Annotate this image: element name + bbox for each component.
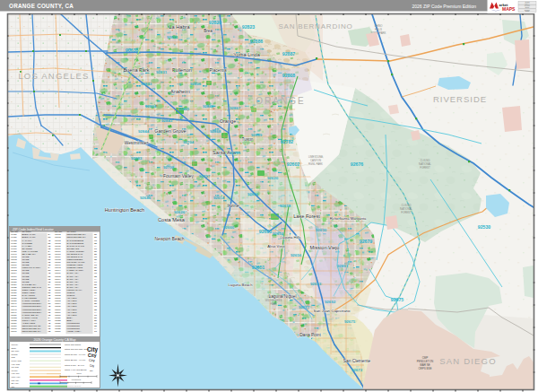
svg-text:Miles: Miles xyxy=(76,372,82,374)
svg-text:Huntington Beach: Huntington Beach xyxy=(105,207,144,213)
svg-text:92679: 92679 xyxy=(360,239,373,244)
svg-text:92602: 92602 xyxy=(287,161,300,167)
svg-text:US Hwy: US Hwy xyxy=(12,379,20,382)
svg-text:Laguna Niguel: Laguna Niguel xyxy=(269,294,297,299)
svg-text:Anaheim: Anaheim xyxy=(170,89,190,94)
svg-text:County: County xyxy=(12,344,19,346)
svg-text:Cty Name: Cty Name xyxy=(67,231,77,232)
svg-text:Laguna Beach: Laguna Beach xyxy=(228,283,253,287)
svg-text:Cities 4,999 and Below: Cities 4,999 and Below xyxy=(65,369,87,371)
svg-text:Cities 25,000 - 49,999: Cities 25,000 - 49,999 xyxy=(65,359,86,362)
svg-text:92530: 92530 xyxy=(478,224,491,230)
svg-text:92805: 92805 xyxy=(178,107,190,111)
svg-text:SAN BERNARDINO: SAN BERNARDINO xyxy=(278,22,352,30)
svg-text:Roads: Roads xyxy=(12,353,19,356)
svg-text:92705: 92705 xyxy=(230,151,241,155)
svg-text:92626: 92626 xyxy=(174,210,186,214)
svg-text:Tustin: Tustin xyxy=(242,137,254,142)
svg-text:RIVERSIDE: RIVERSIDE xyxy=(433,94,487,104)
svg-text:Hwy Rte: Hwy Rte xyxy=(12,372,21,375)
svg-text:92840: 92840 xyxy=(203,104,214,109)
svg-text:Mission Viejo: Mission Viejo xyxy=(310,245,340,250)
svg-text:92646: 92646 xyxy=(140,196,152,200)
svg-text:Inter Hwy: Inter Hwy xyxy=(12,376,22,379)
svg-text:Brea: Brea xyxy=(204,29,213,33)
svg-text:92606: 92606 xyxy=(247,192,259,196)
svg-text:92618: 92618 xyxy=(280,204,291,208)
svg-text:CRPS BSE: CRPS BSE xyxy=(418,367,431,370)
svg-text:Buena Park: Buena Park xyxy=(123,67,149,73)
svg-text:Aliso Viejo: Aliso Viejo xyxy=(267,244,285,248)
svg-text:City: City xyxy=(88,353,97,358)
svg-text:92676: 92676 xyxy=(351,161,364,167)
svg-text:San Juan Capistrano: San Juan Capistrano xyxy=(313,309,351,313)
svg-text:City: City xyxy=(90,364,94,368)
svg-text:State: State xyxy=(12,347,17,350)
svg-text:MAPS: MAPS xyxy=(502,6,516,12)
svg-text:92844: 92844 xyxy=(138,129,150,134)
svg-text:92868: 92868 xyxy=(210,129,221,134)
svg-text:92620: 92620 xyxy=(267,176,279,180)
svg-text:92869: 92869 xyxy=(251,133,263,137)
svg-text:92612: 92612 xyxy=(273,231,284,236)
svg-text:92886: 92886 xyxy=(55,330,61,333)
svg-text:Copyright MarketMAPS DMTI: Copyright MarketMAPS DMTI xyxy=(59,385,82,387)
svg-text:RGNL PARK: RGNL PARK xyxy=(308,162,323,166)
svg-text:92804: 92804 xyxy=(145,104,157,109)
svg-text:Cities 5,000 - 24,999: Cities 5,000 - 24,999 xyxy=(65,364,85,367)
svg-text:Placentia: Placentia xyxy=(210,68,227,73)
svg-text:92603: 92603 xyxy=(259,229,273,234)
svg-text:ZIP Code Index/Grid Locator: ZIP Code Index/Grid Locator xyxy=(13,228,54,231)
svg-text:92707: 92707 xyxy=(199,174,211,179)
svg-text:92823: 92823 xyxy=(242,24,256,30)
svg-text:92831: 92831 xyxy=(156,70,168,74)
svg-text:PARK: PARK xyxy=(270,302,277,306)
svg-text:92630: 92630 xyxy=(316,228,327,232)
svg-text:Kilometers: Kilometers xyxy=(72,379,82,380)
svg-text:ZIP Cde: ZIP Cde xyxy=(11,231,19,232)
svg-text:92782: 92782 xyxy=(281,139,294,144)
svg-text:92833: 92833 xyxy=(141,82,152,86)
svg-text:Fullerton: Fullerton xyxy=(172,67,192,73)
svg-text:Garden Grove: Garden Grove xyxy=(154,128,186,134)
svg-text:Lake Forest: Lake Forest xyxy=(293,213,320,219)
svg-text:Toll: Toll xyxy=(12,386,15,388)
svg-text:CMM: CMM xyxy=(525,10,530,12)
svg-text:92692: 92692 xyxy=(325,300,336,304)
svg-text:Cities 50,000 - 99,999: Cities 50,000 - 99,999 xyxy=(65,353,86,356)
svg-text:Rcho Santa Margarita: Rcho Santa Margarita xyxy=(330,216,367,221)
svg-text:92614: 92614 xyxy=(213,196,225,200)
svg-text:92821: 92821 xyxy=(209,20,222,25)
svg-text:2026 ZIP Code Premium Edition: 2026 ZIP Code Premium Edition xyxy=(412,4,476,9)
svg-text:Irvine: Irvine xyxy=(227,203,239,208)
svg-text:Orange: Orange xyxy=(220,118,237,124)
svg-text:ZIP Cde: ZIP Cde xyxy=(55,231,63,232)
svg-text:92806: 92806 xyxy=(190,82,202,86)
svg-text:92867: 92867 xyxy=(230,106,241,110)
svg-text:92808: 92808 xyxy=(282,73,296,78)
svg-text:Costa Mesa: Costa Mesa xyxy=(158,217,186,222)
svg-text:Dana Point: Dana Point xyxy=(299,333,321,337)
svg-text:92683: 92683 xyxy=(131,156,143,161)
svg-text:FOREST: FOREST xyxy=(420,166,430,170)
svg-text:YORBA LINDA: YORBA LINDA xyxy=(67,330,82,333)
svg-text:Newport Beach: Newport Beach xyxy=(155,237,185,241)
svg-text:San Clemente: San Clemente xyxy=(343,359,371,363)
svg-text:92677: 92677 xyxy=(299,305,310,309)
svg-text:SAN DIEGO: SAN DIEGO xyxy=(439,356,497,366)
svg-text:Yorba Linda: Yorba Linda xyxy=(233,52,261,57)
svg-text:6B: 6B xyxy=(48,330,51,333)
svg-text:92651: 92651 xyxy=(252,265,265,270)
svg-text:Mjr Rds: Mjr Rds xyxy=(12,366,20,369)
svg-text:1C: 1C xyxy=(94,330,97,333)
svg-text:92653: 92653 xyxy=(310,282,322,286)
svg-text:92675: 92675 xyxy=(344,319,356,324)
svg-text:92835: 92835 xyxy=(167,35,178,39)
svg-text:ORANGE: ORANGE xyxy=(256,96,305,106)
svg-text:Hwy Rds: Hwy Rds xyxy=(12,363,21,366)
svg-text:92661: 92661 xyxy=(11,330,17,333)
svg-text:92887: 92887 xyxy=(282,51,296,57)
svg-text:Cty Name: Cty Name xyxy=(22,231,32,232)
svg-text:Int Rte: Int Rte xyxy=(12,370,19,372)
svg-text:Fountain Valley: Fountain Valley xyxy=(163,173,195,179)
